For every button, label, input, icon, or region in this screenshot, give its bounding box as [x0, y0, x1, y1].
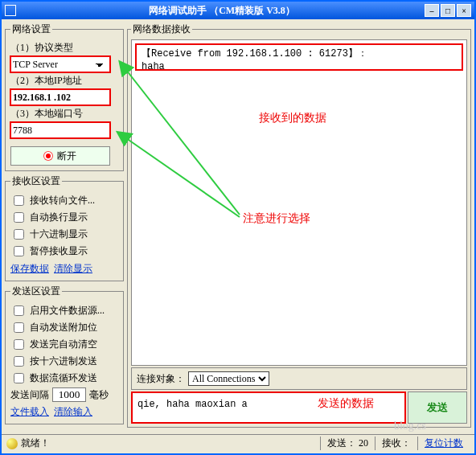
- auto-clear-checkbox[interactable]: 发送完自动清空: [10, 337, 118, 352]
- port-label: （3）本地端口号: [10, 107, 118, 121]
- bulb-icon: [6, 438, 18, 449]
- clear-display-link[interactable]: 清除显示: [54, 263, 92, 274]
- recv-data-group: 网络数据接收 【Receive from 192.168.1.100 : 612…: [127, 23, 471, 428]
- window-title: 网络调试助手 （CM精装版 V3.8）: [19, 4, 425, 18]
- ip-label: （2）本地IP地址: [10, 74, 118, 88]
- recv-textarea[interactable]: 【Receive from 192.168.1.100 : 61273】： ha…: [131, 39, 467, 366]
- target-label: 连接对象：: [137, 372, 185, 386]
- send-count-label: 发送：: [327, 437, 356, 449]
- recv-data-legend: 网络数据接收: [131, 23, 192, 36]
- interval-input[interactable]: [52, 387, 86, 402]
- recv-settings-group: 接收区设置 接收转向文件... 自动换行显示 十六进制显示 暂停接收显示 保存数…: [5, 174, 124, 281]
- connection-target-bar: 连接对象： All Connections: [131, 367, 467, 390]
- recv-settings-legend: 接收区设置: [10, 174, 62, 188]
- file-source-checkbox[interactable]: 启用文件数据源...: [10, 303, 118, 318]
- recv-count-label: 接收：: [382, 437, 411, 449]
- file-load-link[interactable]: 文件载入: [10, 406, 49, 417]
- clear-input-link[interactable]: 清除输入: [54, 406, 92, 417]
- send-text-content: qie, haha maoxian a: [137, 399, 248, 410]
- protocol-label: （1）协议类型: [10, 41, 118, 55]
- send-button[interactable]: 发送: [408, 391, 467, 424]
- interval-unit: 毫秒: [89, 388, 109, 402]
- minimize-button[interactable]: –: [425, 4, 439, 17]
- statusbar: 就绪！ 发送： 20 接收： 复位计数: [2, 434, 474, 452]
- auto-append-checkbox[interactable]: 自动发送附加位: [10, 320, 118, 335]
- disconnect-label: 断开: [57, 150, 76, 163]
- titlebar: 网络调试助手 （CM精装版 V3.8） – □ ×: [2, 2, 474, 19]
- maximize-button[interactable]: □: [441, 4, 455, 17]
- pause-recv-checkbox[interactable]: 暂停接收显示: [10, 244, 118, 259]
- send-settings-legend: 发送区设置: [10, 285, 62, 298]
- reset-count-link[interactable]: 复位计数: [425, 437, 463, 449]
- interval-label: 发送间隔: [10, 388, 49, 402]
- annotation-sent: 发送的数据: [318, 397, 374, 410]
- recv-line-1: 【Receive from 192.168.1.100 : 61273】：: [142, 48, 457, 61]
- save-data-link[interactable]: 保存数据: [10, 263, 49, 274]
- recv-line-2: haha: [142, 61, 457, 74]
- protocol-select[interactable]: TCP Server: [10, 56, 110, 72]
- send-count-value: 20: [359, 437, 368, 449]
- recv-highlighted: 【Receive from 192.168.1.100 : 61273】： ha…: [135, 43, 463, 71]
- auto-wrap-checkbox[interactable]: 自动换行显示: [10, 210, 118, 225]
- record-icon: [44, 152, 52, 160]
- ip-input[interactable]: [10, 89, 110, 105]
- loop-send-checkbox[interactable]: 数据流循环发送: [10, 371, 118, 386]
- target-select[interactable]: All Connections: [188, 371, 269, 386]
- recv-to-file-checkbox[interactable]: 接收转向文件...: [10, 193, 118, 208]
- network-settings-legend: 网络设置: [10, 23, 52, 36]
- send-textarea[interactable]: qie, haha maoxian a 发送的数据: [131, 391, 406, 424]
- send-settings-group: 发送区设置 启用文件数据源... 自动发送附加位 发送完自动清空 按十六进制发送…: [5, 285, 124, 424]
- disconnect-button[interactable]: 断开: [10, 146, 110, 166]
- app-icon: [5, 5, 16, 16]
- hex-display-checkbox[interactable]: 十六进制显示: [10, 227, 118, 242]
- status-ready: 就绪！: [21, 437, 50, 450]
- network-settings-group: 网络设置 （1）协议类型 TCP Server （2）本地IP地址 （3）本地端…: [5, 23, 124, 171]
- hex-send-checkbox[interactable]: 按十六进制发送: [10, 354, 118, 369]
- close-button[interactable]: ×: [457, 4, 471, 17]
- port-input[interactable]: [10, 122, 110, 138]
